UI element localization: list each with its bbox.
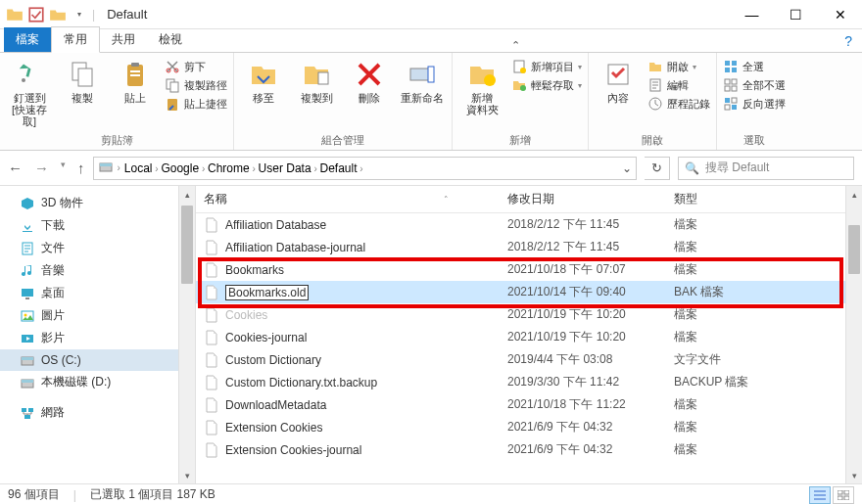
- refresh-button[interactable]: ↻: [645, 157, 670, 180]
- table-row[interactable]: Bookmarks.old2021/10/14 下午 09:40BAK 檔案: [196, 281, 845, 303]
- column-date[interactable]: 修改日期: [507, 191, 674, 207]
- column-name[interactable]: 名稱˄: [204, 191, 507, 207]
- selectall-button[interactable]: 全選: [723, 59, 786, 74]
- nav-item[interactable]: 3D 物件: [0, 192, 195, 214]
- nav-item[interactable]: 影片: [0, 327, 195, 349]
- nav-item[interactable]: 網路: [0, 401, 195, 424]
- file-icon: [204, 397, 219, 413]
- column-type[interactable]: 類型: [674, 191, 845, 207]
- scrollbar-thumb[interactable]: [181, 206, 193, 284]
- paste-button[interactable]: 貼上: [112, 57, 159, 104]
- history-dropdown-icon[interactable]: ▾: [61, 160, 66, 176]
- properties-qat-icon[interactable]: [27, 6, 45, 23]
- scroll-up-button[interactable]: ▴: [846, 186, 862, 203]
- svg-point-19: [520, 85, 526, 91]
- details-view-button[interactable]: [809, 486, 831, 504]
- breadcrumb-segment[interactable]: Chrome: [208, 161, 250, 175]
- ribbon-tabs: 檔案 常用 共用 檢視 ⌃ ?: [0, 29, 862, 53]
- svg-point-16: [484, 74, 496, 86]
- nav-item[interactable]: 圖片: [0, 304, 195, 327]
- tab-share[interactable]: 共用: [100, 27, 147, 52]
- back-button[interactable]: ←: [8, 160, 23, 176]
- chevron-right-icon[interactable]: ›: [358, 163, 363, 174]
- table-row[interactable]: Custom Dictionary.txt.backup2019/3/30 下午…: [196, 371, 845, 393]
- minimize-button[interactable]: —: [730, 0, 774, 29]
- rename-button[interactable]: 重新命名: [399, 57, 446, 104]
- nav-item-label: 文件: [41, 240, 65, 256]
- file-scrollbar[interactable]: ▴ ▾: [845, 186, 862, 483]
- qat-dropdown-icon[interactable]: ▾: [71, 6, 88, 23]
- maximize-button[interactable]: ☐: [774, 0, 818, 29]
- status-item-count: 96 個項目: [8, 486, 60, 503]
- breadcrumb-segment[interactable]: Default: [320, 161, 358, 175]
- nav-item[interactable]: 本機磁碟 (D:): [0, 371, 195, 393]
- table-row[interactable]: Affiliation Database2018/2/12 下午 11:45檔案: [196, 213, 845, 236]
- folder-icon: [6, 6, 24, 23]
- nav-item[interactable]: OS (C:): [0, 349, 195, 371]
- table-row[interactable]: Bookmarks2021/10/18 下午 07:07檔案: [196, 258, 845, 281]
- newfolder-button[interactable]: 新增 資料夾: [458, 57, 505, 115]
- address-dropdown-icon[interactable]: ⌄: [622, 161, 632, 175]
- scroll-down-button[interactable]: ▾: [179, 467, 195, 483]
- table-row[interactable]: Cookies2021/10/19 下午 10:20檔案: [196, 303, 845, 326]
- nav-item-label: 本機磁碟 (D:): [41, 374, 111, 390]
- tab-view[interactable]: 檢視: [147, 27, 194, 52]
- chevron-right-icon[interactable]: ›: [250, 163, 259, 174]
- pasteshortcut-button[interactable]: 貼上捷徑: [165, 96, 227, 112]
- address-bar[interactable]: › Local › Google › Chrome › User Data › …: [93, 157, 638, 180]
- table-row[interactable]: Cookies-journal2021/10/19 下午 10:20檔案: [196, 326, 845, 348]
- close-button[interactable]: ✕: [818, 0, 862, 29]
- copyto-button[interactable]: 複製到: [293, 57, 340, 104]
- moveto-button[interactable]: 移至: [240, 57, 287, 104]
- breadcrumb-segment[interactable]: Local: [124, 161, 153, 175]
- tab-file[interactable]: 檔案: [4, 27, 51, 52]
- properties-button[interactable]: 內容: [595, 57, 642, 104]
- svg-rect-48: [22, 408, 26, 412]
- easyaccess-button[interactable]: 輕鬆存取▾: [511, 77, 582, 93]
- table-row[interactable]: DownloadMetadata2021/10/18 下午 11:22檔案: [196, 393, 845, 416]
- scrollbar-thumb[interactable]: [848, 225, 860, 274]
- file-icon: [204, 240, 219, 255]
- chevron-right-icon[interactable]: ›: [311, 163, 320, 174]
- chevron-right-icon[interactable]: ›: [118, 162, 120, 173]
- breadcrumb-segment[interactable]: Google: [161, 161, 199, 175]
- edit-button[interactable]: 編輯: [647, 77, 710, 93]
- thumbnails-view-button[interactable]: [833, 486, 854, 504]
- copy-button[interactable]: 複製: [59, 57, 106, 104]
- svg-rect-51: [838, 490, 842, 494]
- help-icon[interactable]: ?: [844, 33, 852, 49]
- history-button[interactable]: 歷程記錄: [647, 96, 710, 112]
- folder-small-icon: [49, 6, 67, 23]
- invertselection-button[interactable]: 反向選擇: [723, 96, 786, 112]
- copypath-button[interactable]: 複製路徑: [165, 77, 227, 93]
- pin-button[interactable]: 釘選到 [快速存取]: [6, 57, 53, 127]
- search-box[interactable]: 🔍 搜尋 Default: [678, 157, 854, 180]
- cut-button[interactable]: 剪下: [165, 59, 227, 74]
- nav-item[interactable]: 下載: [0, 214, 195, 237]
- breadcrumb-segment[interactable]: User Data: [259, 161, 311, 175]
- ribbon-group-open: 內容 開啟▾ 編輯 歷程記錄 開啟: [589, 53, 717, 150]
- nav-item[interactable]: 音樂: [0, 259, 195, 282]
- minimize-ribbon-icon[interactable]: ⌃: [511, 39, 520, 52]
- scroll-up-button[interactable]: ▴: [179, 186, 195, 203]
- file-icon: [204, 442, 219, 458]
- svg-rect-54: [844, 496, 849, 500]
- newitem-button[interactable]: 新增項目▾: [511, 59, 582, 74]
- scroll-down-button[interactable]: ▾: [846, 467, 862, 483]
- table-row[interactable]: Affiliation Database-journal2018/2/12 下午…: [196, 236, 845, 258]
- tab-home[interactable]: 常用: [51, 26, 100, 53]
- table-row[interactable]: Custom Dictionary2019/4/4 下午 03:08文字文件: [196, 348, 845, 371]
- svg-rect-47: [22, 380, 33, 383]
- up-button[interactable]: ↑: [77, 160, 85, 176]
- open-button[interactable]: 開啟▾: [647, 59, 710, 74]
- table-row[interactable]: Extension Cookies-journal2021/6/9 下午 04:…: [196, 438, 845, 461]
- rename-input[interactable]: Bookmarks.old: [225, 285, 309, 300]
- selectnone-button[interactable]: 全部不選: [723, 77, 786, 93]
- forward-button[interactable]: →: [34, 160, 49, 176]
- svg-rect-29: [725, 86, 730, 91]
- table-row[interactable]: Extension Cookies2021/6/9 下午 04:32檔案: [196, 416, 845, 438]
- chevron-right-icon[interactable]: ›: [199, 163, 208, 174]
- delete-button[interactable]: 刪除: [346, 57, 393, 104]
- nav-item[interactable]: 桌面: [0, 282, 195, 304]
- nav-item[interactable]: 文件: [0, 237, 195, 259]
